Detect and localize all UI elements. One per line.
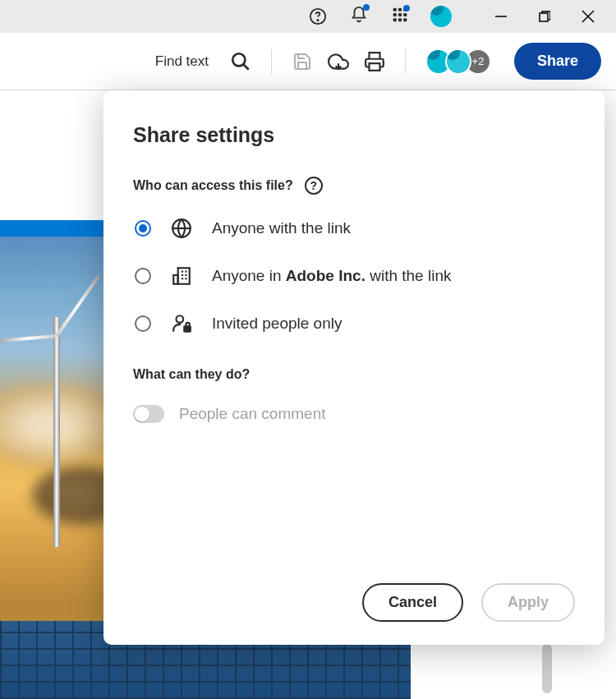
dialog-title: Share settings <box>133 123 575 147</box>
apps-grid-icon[interactable] <box>380 0 420 33</box>
radio-unselected[interactable] <box>135 315 151 332</box>
search-icon[interactable] <box>230 51 251 72</box>
apply-button: Apply <box>481 583 575 622</box>
avatar <box>445 48 471 75</box>
svg-line-16 <box>243 64 249 70</box>
svg-point-28 <box>177 315 184 323</box>
cloud-sync-icon[interactable] <box>328 51 349 72</box>
access-option-org-link[interactable]: Anyone in Adobe Inc. with the link <box>133 265 575 287</box>
svg-rect-6 <box>398 13 402 16</box>
access-option-anyone-link[interactable]: Anyone with the link <box>133 218 575 239</box>
divider <box>405 49 406 74</box>
access-section-label: Who can access this file? ? <box>133 177 575 195</box>
permission-section-label: What can they do? <box>133 367 575 382</box>
svg-rect-9 <box>398 18 402 21</box>
person-lock-icon <box>171 313 192 334</box>
radio-unselected[interactable] <box>135 268 151 284</box>
maximize-button[interactable] <box>525 0 564 33</box>
svg-point-1 <box>317 20 318 21</box>
access-option-invited-only[interactable]: Invited people only <box>133 313 575 334</box>
help-icon[interactable]: ? <box>305 177 323 195</box>
window-titlebar <box>0 0 616 33</box>
globe-icon <box>171 218 192 239</box>
find-text-label[interactable]: Find text <box>155 53 209 70</box>
minimize-button[interactable] <box>481 0 521 33</box>
svg-rect-7 <box>403 13 407 16</box>
access-label-text: Who can access this file? <box>133 178 293 193</box>
print-icon[interactable] <box>364 51 385 72</box>
share-button[interactable]: Share <box>514 43 601 80</box>
comment-toggle-row[interactable]: People can comment <box>133 405 575 423</box>
toggle-off[interactable] <box>133 405 164 423</box>
toggle-label: People can comment <box>179 405 326 423</box>
dialog-footer: Cancel Apply <box>362 583 575 622</box>
option-label: Anyone with the link <box>212 219 351 237</box>
radio-selected[interactable] <box>135 220 151 237</box>
svg-rect-10 <box>403 18 407 21</box>
svg-point-15 <box>232 53 245 66</box>
svg-rect-3 <box>398 8 402 11</box>
save-icon[interactable] <box>292 51 313 72</box>
cancel-button[interactable]: Cancel <box>362 583 463 622</box>
building-icon <box>171 265 192 287</box>
svg-rect-5 <box>393 13 397 16</box>
svg-rect-17 <box>369 63 379 71</box>
avatar[interactable] <box>421 0 461 33</box>
svg-rect-20 <box>178 268 190 284</box>
app-toolbar: Find text +2 Share <box>0 33 616 90</box>
help-icon[interactable] <box>298 0 338 33</box>
svg-rect-21 <box>173 275 177 284</box>
share-settings-dialog: Share settings Who can access this file?… <box>103 90 605 645</box>
svg-rect-4 <box>403 8 407 11</box>
option-label: Anyone in Adobe Inc. with the link <box>212 267 451 285</box>
scrollbar[interactable] <box>542 644 552 693</box>
svg-rect-29 <box>184 326 191 332</box>
collaborator-avatars[interactable]: +2 <box>425 48 491 75</box>
close-button[interactable] <box>568 0 608 33</box>
notification-icon[interactable] <box>339 0 379 33</box>
svg-rect-8 <box>393 18 397 21</box>
svg-rect-2 <box>393 8 397 11</box>
svg-rect-12 <box>540 13 548 21</box>
option-label: Invited people only <box>212 315 342 333</box>
divider <box>271 49 272 74</box>
